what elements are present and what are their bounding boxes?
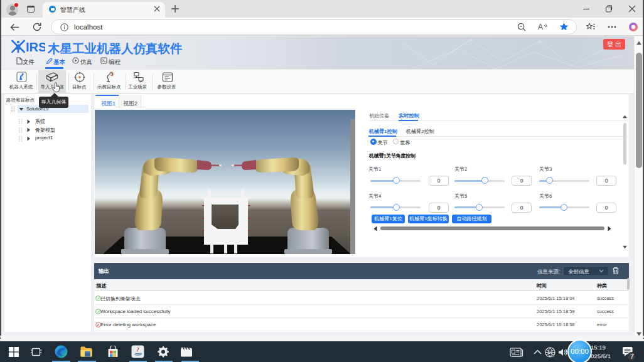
svg-text:IRS: IRS bbox=[26, 40, 45, 54]
svg-text:A: A bbox=[538, 23, 543, 31]
svg-text:7: 7 bbox=[630, 353, 634, 360]
